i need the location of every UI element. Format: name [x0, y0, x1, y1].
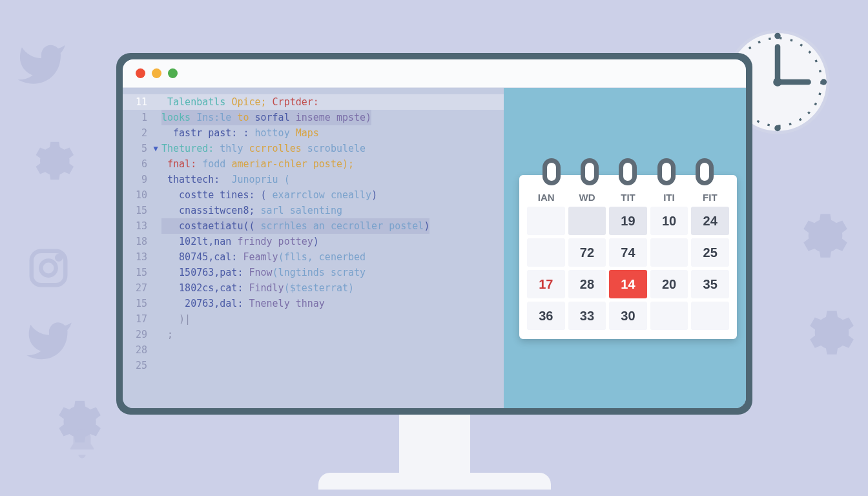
calendar-day[interactable]: 74: [609, 238, 647, 267]
line-number: 10: [123, 187, 152, 203]
code-line[interactable]: 10 costte tines: ( exarrclow cneally): [123, 187, 504, 203]
line-number: 15: [123, 296, 152, 311]
calendar-day[interactable]: 14: [609, 270, 647, 298]
line-number: 17: [123, 311, 152, 327]
calendar-weekday: IAN: [527, 192, 565, 203]
line-content: fastr past: : hottoy Maps: [161, 125, 319, 141]
calendar-day[interactable]: 30: [609, 302, 647, 330]
code-line[interactable]: 18 102lt,nan frindy pottey): [123, 234, 504, 249]
calendar-header: IANWDTITITIFIT: [527, 192, 729, 203]
code-line[interactable]: 28: [123, 342, 504, 358]
calendar-day[interactable]: 24: [691, 207, 729, 235]
bg-gear-icon: [25, 136, 75, 189]
svg-point-5: [774, 33, 781, 39]
calendar-weekday: WD: [568, 192, 606, 203]
line-number: 25: [123, 358, 152, 373]
svg-point-7: [774, 125, 781, 132]
window-title-bar: [123, 59, 746, 88]
calendar-weekday: FIT: [691, 192, 729, 203]
code-line[interactable]: 13 costaetiatu(( scrrhles an cecroller p…: [123, 218, 504, 234]
code-line[interactable]: 15 20763,dal: Tnenely thnay: [123, 296, 504, 311]
svg-point-2: [57, 256, 61, 260]
close-button[interactable]: [136, 68, 145, 78]
calendar-weekday: ITI: [650, 192, 688, 203]
bg-twitter-icon: [21, 316, 78, 368]
code-line[interactable]: 15 cnassitwcen8; sarl salenting: [123, 203, 504, 218]
line-content: ;: [161, 327, 173, 342]
line-number: 13: [123, 218, 152, 234]
bg-gear-icon: [797, 304, 855, 364]
line-content: 150763,pat: Fnow(lngtinds scraty: [161, 265, 366, 280]
calendar-day: [691, 302, 729, 330]
line-content: Talenbatls Opice; Crptder:: [161, 94, 319, 110]
code-line[interactable]: 11 Talenbatls Opice; Crptder:: [123, 94, 504, 110]
line-number: 13: [123, 249, 152, 265]
code-line[interactable]: 17 )|: [123, 311, 504, 327]
calendar-day: [527, 207, 565, 235]
line-number: 15: [123, 265, 152, 280]
code-line[interactable]: 9 thattech: Junopriu (: [123, 172, 504, 187]
code-line[interactable]: 5▼Thetured: thly ccrrolles scrobulele: [123, 141, 504, 156]
line-content: 20763,dal: Tnenely thnay: [161, 296, 325, 311]
calendar-day[interactable]: 35: [691, 270, 729, 298]
code-line[interactable]: 29 ;: [123, 327, 504, 342]
calendar-day[interactable]: 36: [527, 302, 565, 330]
svg-point-1: [41, 260, 56, 275]
svg-point-6: [821, 79, 827, 85]
code-line[interactable]: 6 fnal: fodd ameriar-chler poste);: [123, 156, 504, 172]
code-line[interactable]: 25: [123, 358, 504, 373]
line-content: cnassitwcen8; sarl salenting: [161, 203, 342, 218]
calendar-day: [527, 238, 565, 267]
minimize-button[interactable]: [152, 68, 161, 78]
line-number: 18: [123, 234, 152, 249]
calendar-day[interactable]: 20: [650, 270, 688, 298]
line-content: costte tines: ( exarrclow cneally): [161, 187, 377, 203]
code-line[interactable]: 2 fastr past: : hottoy Maps: [123, 125, 504, 141]
calendar-grid: 1910247274251728142035363330: [527, 207, 729, 330]
bg-instagram-icon: [26, 245, 71, 293]
code-line[interactable]: 13 80745,cal: Feamly(flls, cenerbed: [123, 249, 504, 265]
svg-point-11: [773, 78, 782, 87]
calendar-rings: [519, 158, 737, 185]
line-number: 11: [123, 94, 152, 110]
calendar-weekday: TIT: [609, 192, 647, 203]
calendar-day: [568, 207, 606, 235]
calendar-day[interactable]: 72: [568, 238, 606, 267]
calendar-day[interactable]: 19: [609, 207, 647, 235]
side-panel: IANWDTITITIFIT 1910247274251728142035363…: [504, 88, 746, 408]
calendar-widget[interactable]: IANWDTITITIFIT 1910247274251728142035363…: [519, 175, 737, 339]
calendar-day[interactable]: 25: [691, 238, 729, 267]
line-number: 9: [123, 172, 152, 187]
calendar-day[interactable]: 10: [650, 207, 688, 235]
line-number: 5: [123, 141, 152, 156]
line-content: 80745,cal: Feamly(flls, cenerbed: [161, 249, 366, 265]
line-content: thattech: Junopriu (: [161, 172, 290, 187]
line-number: 2: [123, 125, 152, 141]
bg-notification-icon: [65, 426, 99, 464]
fold-arrow-icon[interactable]: ▼: [151, 141, 160, 156]
calendar-day[interactable]: 28: [568, 270, 606, 298]
line-number: 15: [123, 203, 152, 218]
line-content: fnal: fodd ameriar-chler poste);: [161, 156, 354, 172]
code-line[interactable]: 15 150763,pat: Fnow(lngtinds scraty: [123, 265, 504, 280]
line-number: 1: [123, 110, 152, 125]
calendar-day[interactable]: 33: [568, 302, 606, 330]
code-line[interactable]: 1looks Ins:le to sorfal inseme mpste): [123, 110, 504, 125]
line-content: )|: [161, 311, 191, 327]
line-number: 27: [123, 280, 152, 296]
monitor: 11 Talenbatls Opice; Crptder:1looks Ins:…: [116, 53, 752, 490]
maximize-button[interactable]: [168, 68, 178, 78]
line-content: Thetured: thly ccrrolles scrobulele: [161, 141, 366, 156]
bg-twitter-icon: [12, 39, 71, 93]
calendar-day[interactable]: 17: [527, 270, 565, 298]
line-content: looks Ins:le to sorfal inseme mpste): [161, 110, 371, 125]
line-number: 29: [123, 327, 152, 342]
line-number: 28: [123, 342, 152, 358]
bg-gear-icon: [46, 394, 102, 452]
calendar-day: [650, 302, 688, 330]
line-content: costaetiatu(( scrrhles an cecroller post…: [161, 218, 429, 234]
line-number: 6: [123, 156, 152, 172]
code-editor[interactable]: 11 Talenbatls Opice; Crptder:1looks Ins:…: [123, 88, 504, 408]
code-line[interactable]: 27 1802cs,cat: Findly($testerrat): [123, 280, 504, 296]
svg-rect-0: [32, 251, 66, 285]
